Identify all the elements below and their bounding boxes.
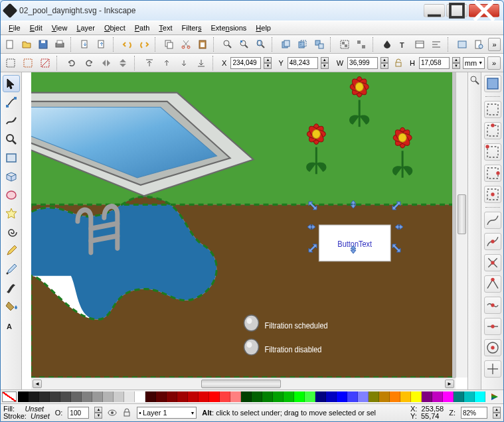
canvas[interactable]: ButtonText Filtration scheduled Filtrati…	[31, 72, 456, 378]
snap-smooth-icon[interactable]	[484, 297, 501, 314]
selection-handle-e[interactable]	[394, 222, 404, 232]
zoom-sidebar-icon[interactable]	[469, 75, 480, 86]
node-tool-icon[interactable]	[3, 94, 20, 111]
h-input[interactable]	[419, 57, 450, 69]
rotate-cw-icon[interactable]	[82, 56, 96, 70]
palette-swatch[interactable]	[18, 391, 29, 402]
pen-tool-icon[interactable]	[3, 261, 20, 278]
menu-layer[interactable]: Layer	[72, 23, 99, 33]
maximize-button[interactable]	[446, 4, 467, 17]
palette-swatch[interactable]	[464, 391, 475, 402]
selection-handle-ne[interactable]	[392, 201, 401, 210]
w-spinner[interactable]: ▲▼	[380, 57, 388, 69]
palette-swatch[interactable]	[188, 391, 199, 402]
clone-icon[interactable]	[296, 37, 310, 52]
snap-toggle-icon[interactable]	[484, 75, 501, 92]
palette-swatch[interactable]	[273, 391, 284, 402]
y-spinner[interactable]: ▲▼	[321, 57, 329, 69]
paste-icon[interactable]	[195, 37, 209, 52]
palette-swatch[interactable]	[411, 391, 422, 402]
unlink-clone-icon[interactable]	[313, 37, 327, 52]
export-icon[interactable]	[95, 37, 109, 52]
palette-swatch[interactable]	[358, 391, 369, 402]
flip-h-icon[interactable]	[99, 56, 114, 70]
toolcontrols-overflow-icon[interactable]: »	[487, 56, 501, 70]
fill-stroke-indicator[interactable]: Fill: Unset Stroke: Unset	[3, 405, 50, 420]
menu-extensions[interactable]: Extensions	[207, 23, 251, 33]
palette-swatch[interactable]	[305, 391, 315, 402]
palette-swatch[interactable]	[60, 391, 71, 402]
palette-swatch[interactable]	[262, 391, 273, 402]
palette-swatch[interactable]	[50, 391, 60, 402]
zoom-page-icon[interactable]	[254, 37, 268, 52]
palette-swatch[interactable]	[252, 391, 262, 402]
palette-swatch[interactable]	[39, 391, 50, 402]
zoom-input[interactable]	[461, 407, 487, 419]
palette-swatch[interactable]	[124, 391, 135, 402]
palette-swatch[interactable]	[230, 391, 241, 402]
snap-path-icon[interactable]	[484, 233, 501, 250]
snap-rotation-center-icon[interactable]	[484, 360, 501, 378]
palette-swatch[interactable]	[177, 391, 188, 402]
duplicate-icon[interactable]	[280, 37, 294, 52]
w-input[interactable]	[347, 57, 378, 69]
unit-select[interactable]: mm▼	[463, 57, 485, 69]
calligraphy-tool-icon[interactable]	[3, 279, 20, 297]
ellipse-tool-icon[interactable]	[3, 186, 20, 204]
snap-bbox-corner-icon[interactable]	[484, 143, 501, 161]
scrollbar-vertical[interactable]	[456, 72, 467, 378]
ungroup-icon[interactable]	[355, 37, 369, 52]
close-button[interactable]	[469, 4, 499, 17]
undo-icon[interactable]	[120, 37, 134, 52]
fill-stroke-icon[interactable]	[380, 37, 394, 52]
save-icon[interactable]	[37, 37, 50, 52]
zoom-drawing-icon[interactable]	[238, 37, 252, 52]
menu-text[interactable]: Text	[155, 23, 176, 33]
snap-intersection-icon[interactable]	[484, 254, 501, 271]
palette-swatch[interactable]	[454, 391, 464, 402]
new-icon[interactable]	[3, 37, 17, 52]
snap-cusp-icon[interactable]	[484, 275, 501, 293]
snap-bbox-midedge-icon[interactable]	[484, 165, 501, 182]
snap-object-center-icon[interactable]	[484, 339, 501, 356]
palette-swatch[interactable]	[284, 391, 294, 402]
selection-handle-s[interactable]	[349, 245, 358, 254]
layer-visible-icon[interactable]	[108, 408, 117, 417]
palette-swatch[interactable]	[220, 391, 230, 402]
redo-icon[interactable]	[137, 37, 151, 52]
opacity-spinner[interactable]: ▲▼	[94, 407, 102, 419]
x-input[interactable]	[230, 57, 261, 69]
zoom-spinner[interactable]: ▲▼	[493, 407, 501, 419]
copy-icon[interactable]	[163, 37, 177, 52]
palette-swatch[interactable]	[199, 391, 209, 402]
snap-node-icon[interactable]	[484, 212, 501, 229]
palette-swatch[interactable]	[390, 391, 400, 402]
y-input[interactable]	[288, 57, 318, 69]
raise-top-icon[interactable]	[142, 56, 157, 70]
selector-tool-icon[interactable]	[3, 75, 20, 92]
menu-object[interactable]: Object	[100, 23, 129, 33]
menu-file[interactable]: File	[5, 23, 25, 33]
zoom-tool-icon[interactable]	[3, 131, 20, 148]
selection-handle-n[interactable]	[349, 200, 358, 209]
layer-lock-icon[interactable]	[122, 408, 131, 417]
doc-prefs-icon[interactable]	[471, 37, 485, 52]
snap-bbox-icon[interactable]	[484, 101, 501, 118]
palette-swatch[interactable]	[241, 391, 252, 402]
menu-edit[interactable]: Edit	[26, 23, 46, 33]
palette-swatch[interactable]	[135, 391, 145, 402]
palette-menu-icon[interactable]	[490, 392, 499, 401]
palette-swatch[interactable]	[156, 391, 167, 402]
lock-ratio-icon[interactable]	[391, 56, 406, 70]
tweak-tool-icon[interactable]	[3, 112, 20, 129]
palette-swatch[interactable]	[347, 391, 358, 402]
lower-icon[interactable]	[177, 56, 191, 70]
snap-bbox-edge-icon[interactable]	[484, 122, 501, 139]
layer-select[interactable]: • Layer 1▼	[137, 407, 197, 419]
palette-swatch[interactable]	[422, 391, 432, 402]
snap-bbox-center-icon[interactable]	[484, 186, 501, 203]
prefs-icon[interactable]	[455, 37, 469, 52]
no-fill-swatch[interactable]	[2, 391, 17, 402]
raise-icon[interactable]	[159, 56, 174, 70]
menu-path[interactable]: Path	[131, 23, 154, 33]
